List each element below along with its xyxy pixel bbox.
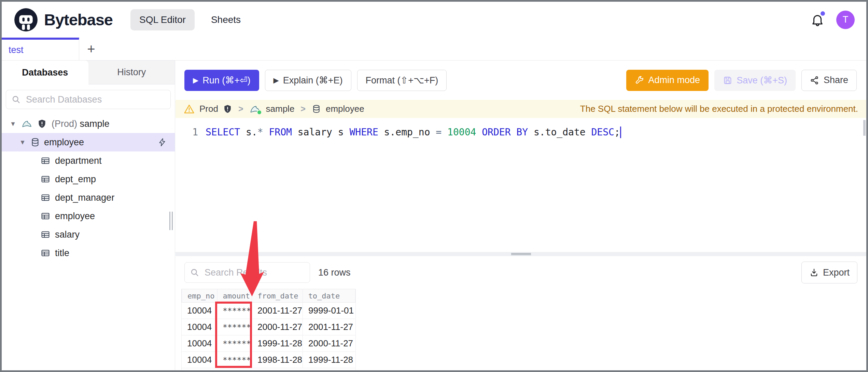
- search-icon: [190, 268, 199, 277]
- column-header[interactable]: amount: [218, 289, 252, 302]
- format-button[interactable]: Format (⇧+⌥+F): [357, 70, 447, 91]
- save-floppy-icon: [723, 76, 732, 85]
- sql-token: s.emp_no: [378, 125, 436, 140]
- sql-editor-app: Bytebase SQL Editor Sheets T test + Data…: [0, 0, 868, 372]
- database-icon: [30, 137, 40, 147]
- topbar: Bytebase SQL Editor Sheets T: [2, 2, 866, 38]
- tree-item-table[interactable]: salary: [2, 225, 175, 244]
- sql-editor[interactable]: 1SELECT s.* FROM salary s WHERE s.emp_no…: [176, 118, 866, 252]
- table-icon: [41, 174, 50, 184]
- table-name: department: [55, 156, 102, 166]
- sidebar: Databases History ▾: [2, 61, 175, 370]
- column-header[interactable]: from_date: [252, 289, 303, 302]
- masked-value: ******: [217, 319, 252, 335]
- notification-bell-icon[interactable]: [810, 12, 825, 27]
- save-button[interactable]: Save (⌘+S): [714, 70, 796, 91]
- tree-item-instance[interactable]: ▾ (Prod) sample: [2, 115, 175, 133]
- sql-token: s.to_date: [528, 125, 591, 140]
- wrench-icon: [635, 76, 644, 85]
- search-results-input[interactable]: [184, 262, 310, 283]
- download-icon: [809, 268, 819, 277]
- lightning-icon[interactable]: [158, 138, 167, 147]
- tree-item-table[interactable]: department: [2, 151, 175, 170]
- column-header[interactable]: to_date: [303, 289, 355, 302]
- shield-icon: [37, 119, 47, 129]
- sheet-tabstrip: test +: [2, 38, 866, 61]
- share-icon: [810, 76, 820, 85]
- caret-down-icon[interactable]: ▾: [19, 138, 26, 147]
- sql-token: s.: [240, 125, 257, 140]
- table-name: dept_manager: [55, 192, 114, 203]
- shield-icon: [223, 104, 232, 114]
- table-icon: [41, 193, 50, 202]
- pane-splitter[interactable]: [176, 252, 866, 256]
- line-number: 1: [176, 125, 206, 140]
- tree-item-table[interactable]: dept_emp: [2, 170, 175, 188]
- caret-down-icon[interactable]: ▾: [9, 119, 17, 128]
- add-sheet-button[interactable]: +: [79, 38, 103, 60]
- table-name: salary: [55, 229, 80, 240]
- table-row[interactable]: 10004 ****** 2000-11-27 2001-11-27: [181, 319, 356, 335]
- topbar-right: T: [810, 11, 855, 29]
- splitter-grip-icon[interactable]: [511, 253, 531, 255]
- results-grid: emp_no amount from_date to_date 10004 **…: [181, 289, 356, 370]
- table-row[interactable]: 10004 ****** 1999-11-28 2000-11-27: [181, 335, 356, 352]
- tab-history[interactable]: History: [88, 61, 175, 84]
- masked-value: ******: [217, 335, 252, 351]
- protected-environment-warning: The SQL statement below will be executed…: [580, 104, 858, 114]
- bytebase-logo-icon: [13, 7, 39, 32]
- search-icon: [11, 95, 21, 104]
- sql-token: FROM: [269, 125, 292, 140]
- share-button[interactable]: Share: [801, 70, 857, 91]
- mysql-icon: [250, 104, 261, 114]
- database-search: [2, 84, 175, 109]
- column-header[interactable]: emp_no: [182, 289, 218, 302]
- nav-sql-editor[interactable]: SQL Editor: [130, 9, 195, 30]
- sql-token: =: [436, 125, 442, 140]
- partial-row: [181, 368, 356, 370]
- explain-button[interactable]: ▶ Explain (⌘+E): [265, 70, 351, 91]
- environment-prefix: (Prod): [52, 119, 77, 129]
- nav-sheets[interactable]: Sheets: [202, 9, 250, 30]
- table-icon: [41, 211, 50, 221]
- tab-databases[interactable]: Databases: [2, 61, 88, 84]
- avatar[interactable]: T: [836, 11, 855, 29]
- tree-item-table[interactable]: employee: [2, 207, 175, 225]
- masked-value: ******: [217, 303, 252, 319]
- sidebar-resize-handle[interactable]: [169, 212, 173, 230]
- table-name: title: [55, 248, 69, 258]
- environment-banner: Prod > sample >: [176, 100, 866, 118]
- results-toolbar: 16 rows Export: [176, 256, 866, 289]
- row-count: 16 rows: [318, 267, 351, 278]
- warning-triangle-icon: [184, 104, 195, 114]
- tab-test[interactable]: test: [2, 38, 79, 60]
- breadcrumb-table: employee: [326, 104, 364, 114]
- editor-toolbar: ▶ Run (⌘+⏎) ▶ Explain (⌘+E) Format (⇧+⌥+…: [176, 61, 866, 100]
- brand-name: Bytebase: [44, 10, 113, 29]
- editor-scrollbar[interactable]: [863, 120, 866, 136]
- top-nav: SQL Editor Sheets: [130, 9, 250, 30]
- search-databases-input[interactable]: [6, 90, 171, 109]
- tree-item-label: (Prod) sample: [52, 119, 110, 129]
- brand[interactable]: Bytebase: [13, 7, 113, 32]
- tree-item-table[interactable]: title: [2, 244, 175, 262]
- breadcrumb-database: sample: [266, 104, 295, 114]
- table-name: dept_emp: [55, 174, 96, 185]
- masked-value: ******: [217, 352, 252, 368]
- tree-item-table[interactable]: dept_manager: [2, 188, 175, 207]
- export-button[interactable]: Export: [801, 262, 857, 283]
- connection-status-dot: [257, 110, 262, 115]
- table-icon: [41, 230, 50, 239]
- sql-token: ;: [614, 125, 620, 140]
- sql-token: salary s: [292, 125, 350, 140]
- play-icon: ▶: [274, 76, 279, 84]
- sql-token: DESC: [591, 125, 614, 140]
- sql-token: SELECT: [206, 125, 240, 140]
- run-button[interactable]: ▶ Run (⌘+⏎): [184, 70, 259, 91]
- results-header-row: emp_no amount from_date to_date: [181, 289, 356, 303]
- sql-code-line[interactable]: 1SELECT s.* FROM salary s WHERE s.emp_no…: [176, 118, 866, 140]
- tree-item-database[interactable]: ▾ employee: [2, 133, 175, 151]
- table-row[interactable]: 10004 ****** 1998-11-28 1999-11-28: [181, 352, 356, 368]
- table-row[interactable]: 10004 ****** 2001-11-27 9999-01-01: [181, 303, 356, 319]
- admin-mode-button[interactable]: Admin mode: [626, 70, 709, 91]
